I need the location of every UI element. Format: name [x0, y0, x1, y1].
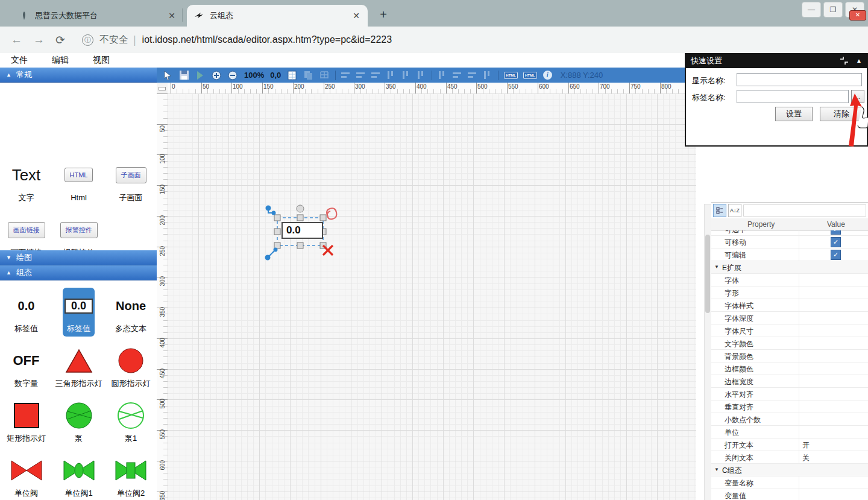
align-bottom-icon[interactable] [417, 71, 426, 80]
menu-item-0[interactable]: 文件 [11, 55, 28, 66]
palette-item-rect-indicator[interactable]: 矩形指示灯 [5, 397, 48, 446]
menu-item-1[interactable]: 编辑 [52, 55, 69, 66]
categorized-view-icon[interactable] [713, 204, 726, 217]
save-icon[interactable] [178, 70, 189, 81]
align-top-icon[interactable] [386, 71, 396, 80]
browser-tab-platform[interactable]: 思普云大数据平台 ✕ [12, 5, 183, 27]
selected-widget[interactable]: 0.0 [262, 200, 344, 263]
palette-item-subscreen-button[interactable]: 子画面子画面 [114, 157, 148, 206]
collapse-corners-icon[interactable] [840, 56, 849, 65]
property-row-6[interactable]: 字体样式 [711, 299, 868, 312]
menu-item-2[interactable]: 视图 [93, 55, 110, 66]
property-row-8[interactable]: 字体尺寸 [711, 324, 868, 337]
screen-link-button[interactable]: 画面链接 [8, 222, 45, 238]
property-category-3[interactable]: ▼E扩展 [711, 261, 868, 274]
forward-icon[interactable]: → [33, 33, 45, 46]
palette-item-label-value-text[interactable]: 0.0标签值 [13, 288, 40, 337]
property-row-10[interactable]: 背景颜色 [711, 350, 868, 362]
align-center-icon[interactable] [356, 71, 366, 80]
html-preview-icon[interactable]: HTML [523, 72, 537, 79]
distribute-icon[interactable] [483, 71, 492, 80]
zoom-out-icon[interactable] [227, 70, 238, 81]
checkbox-checked[interactable]: ✓ [831, 237, 841, 247]
palette-item-valve-green-ellipse[interactable]: 单位阀1 [61, 452, 97, 500]
property-row-16[interactable]: 单位 [711, 426, 868, 438]
browser-tab-editor[interactable]: 云组态 ✕ [187, 5, 368, 27]
new-tab-button[interactable]: + [375, 6, 392, 23]
same-size-icon[interactable] [468, 71, 477, 80]
html-button[interactable]: HTML [64, 168, 93, 182]
palette-item-label-value-box[interactable]: 0.0标签值 [63, 288, 95, 337]
label-value-widget[interactable]: 0.0 [281, 222, 323, 239]
design-canvas[interactable] [168, 93, 696, 500]
property-row-20[interactable]: 变量名称 [711, 476, 868, 489]
palette-item-valve-green-rect[interactable]: 单位阀2 [113, 452, 149, 500]
copy-style-icon[interactable] [303, 70, 313, 81]
palette-item-text-sample[interactable]: Text文字 [10, 157, 43, 206]
palette-item-valve-red[interactable]: 单位阀 [8, 452, 45, 500]
zoom-in-icon[interactable] [211, 70, 222, 81]
property-row-13[interactable]: 水平对齐 [711, 388, 868, 400]
checkbox-checked[interactable]: ✓ [831, 250, 841, 260]
align-left-icon[interactable] [341, 71, 351, 80]
info-icon[interactable]: i [543, 71, 552, 80]
reload-icon[interactable]: ⟳ [55, 33, 65, 47]
alphabetical-sort-icon[interactable]: A↓Z [728, 204, 741, 217]
align-middle-icon[interactable] [401, 71, 411, 80]
select-cursor-icon[interactable] [162, 70, 173, 81]
url-field[interactable]: ⓘ 不安全 | iot.idosp.net/html/scada/editor.… [82, 34, 392, 46]
property-category-19[interactable]: ▼C组态 [711, 464, 868, 476]
property-value[interactable]: 开 [802, 440, 810, 451]
property-row-1[interactable]: 可移动✓ [711, 236, 868, 248]
property-row-18[interactable]: 关闭文本关 [711, 451, 868, 464]
property-row-17[interactable]: 打开文本开 [711, 438, 868, 451]
tab-close-icon[interactable]: ✕ [350, 9, 363, 22]
tag-name-input[interactable] [737, 90, 849, 103]
alarm-widget-button[interactable]: 报警控件 [60, 222, 98, 238]
align-right-icon[interactable] [371, 71, 381, 80]
restore-button[interactable]: ❐ [823, 2, 843, 17]
section-header-drawing[interactable]: ▼ 绘图 [0, 250, 157, 265]
palette-item-pump[interactable]: 泵 [63, 397, 95, 446]
property-row-14[interactable]: 垂直对齐 [711, 400, 868, 413]
checkbox-checked[interactable]: ✓ [831, 230, 841, 235]
palette-item-triangle-indicator[interactable]: 三角形指示灯 [54, 343, 104, 391]
minimize-button[interactable]: — [802, 2, 821, 17]
palette-item-multistate-text[interactable]: None多态文本 [113, 288, 148, 337]
property-row-5[interactable]: 字形 [711, 286, 868, 299]
property-row-7[interactable]: 字体深度 [711, 312, 868, 324]
page-info-icon[interactable]: ⓘ [82, 34, 93, 46]
section-header-general[interactable]: ▲ 常规 [0, 68, 157, 83]
property-value[interactable]: 关 [802, 453, 810, 463]
palette-item-html-button[interactable]: HTMLHtml [63, 157, 95, 206]
collapse-up-icon[interactable]: ▲ [856, 57, 862, 64]
display-name-input[interactable] [737, 73, 862, 86]
same-height-icon[interactable] [453, 71, 462, 80]
tab-close-icon[interactable]: ✕ [165, 9, 178, 22]
property-row-9[interactable]: 文字颜色 [711, 337, 868, 350]
subscreen-button[interactable]: 子画面 [116, 167, 146, 183]
scrollbar-thumb[interactable] [705, 235, 710, 313]
section-header-scada[interactable]: ▲ 组态 [0, 265, 157, 280]
snap-grid-icon[interactable] [319, 70, 330, 81]
run-icon[interactable] [195, 70, 206, 81]
back-icon[interactable]: ← [11, 33, 22, 46]
property-row-4[interactable]: 字体 [711, 274, 868, 286]
palette-item-circle-indicator[interactable]: 圆形指示灯 [110, 343, 153, 391]
page-grid-icon[interactable] [286, 70, 297, 81]
property-row-15[interactable]: 小数点个数 [711, 413, 868, 426]
clear-button[interactable]: 清除 [820, 107, 863, 121]
quick-settings-header[interactable]: 快速设置 ▲ [685, 53, 868, 68]
palette-item-digital-text[interactable]: OFF数字量 [11, 343, 42, 391]
tag-browse-button[interactable]: ... [851, 90, 864, 103]
property-filter-input[interactable] [743, 204, 866, 217]
property-row-11[interactable]: 边框颜色 [711, 362, 868, 375]
palette-item-pump-outline[interactable]: 泵1 [115, 397, 147, 446]
property-row-2[interactable]: 可编辑✓ [711, 248, 868, 261]
property-row-12[interactable]: 边框宽度 [711, 375, 868, 388]
close-button[interactable]: ✕ ✕ [845, 2, 864, 17]
same-width-icon[interactable] [438, 71, 447, 80]
set-button[interactable]: 设置 [775, 107, 813, 121]
property-row-21[interactable]: 变量值 [711, 489, 868, 500]
html-source-icon[interactable]: HTML [504, 72, 518, 79]
